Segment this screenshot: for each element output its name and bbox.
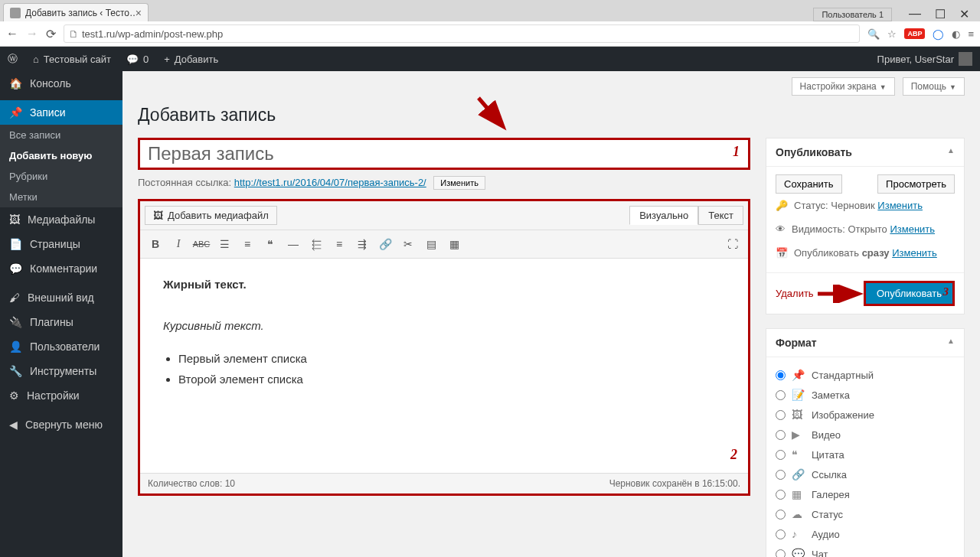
wp-container: 🏠Консоль 📌Записи Все записи Добавить нов… (0, 71, 980, 557)
format-gallery[interactable]: ▦Галерея (776, 484, 955, 504)
bullet-list-button[interactable]: ☰ (214, 233, 235, 255)
more-button[interactable]: ▤ (420, 233, 442, 255)
site-link[interactable]: ⌂Тестовый сайт (25, 47, 119, 71)
menu-settings[interactable]: ⚙Настройки (0, 383, 122, 408)
hr-button[interactable]: — (283, 233, 304, 255)
link-button[interactable]: 🔗 (374, 233, 396, 255)
editor-footer: Количество слов: 10 Черновик сохранён в … (140, 473, 748, 493)
back-icon[interactable]: ← (6, 27, 18, 41)
align-left-button[interactable]: ⬱ (305, 233, 327, 255)
help-button[interactable]: Помощь▼ (903, 77, 965, 96)
comments-icon: 💬 (9, 262, 22, 275)
menu-pages[interactable]: 📄Страницы (0, 232, 122, 256)
number-list-button[interactable]: ≡ (237, 233, 258, 255)
menu-posts[interactable]: 📌Записи (0, 100, 122, 125)
browser-tab[interactable]: Добавить запись ‹ Тесто… × (3, 3, 149, 21)
format-quote[interactable]: ❝Цитата (776, 445, 955, 464)
fullscreen-button[interactable]: ⛶ (722, 233, 743, 255)
close-window-icon[interactable]: ✕ (959, 7, 969, 21)
status-icon: ☁ (792, 508, 805, 520)
post-title-input[interactable] (138, 138, 750, 170)
greeting-text: Привет, UserStar (877, 54, 954, 65)
arrow-annotation-2 (814, 285, 864, 303)
format-header[interactable]: Формат▲ (766, 329, 964, 357)
menu-plugins[interactable]: 🔌Плагины (0, 310, 122, 334)
format-status[interactable]: ☁Статус (776, 504, 955, 524)
avatar (959, 52, 972, 66)
submenu-categories[interactable]: Рубрики (0, 166, 122, 187)
close-icon[interactable]: × (136, 7, 142, 19)
format-audio[interactable]: ♪Аудио (776, 524, 955, 544)
add-media-button[interactable]: 🖼Добавить медиафайл (145, 206, 277, 225)
tab-visual[interactable]: Визуально (629, 206, 698, 225)
tab-text[interactable]: Текст (698, 206, 743, 225)
bold-button[interactable]: B (145, 233, 166, 255)
quote-button[interactable]: ❝ (260, 233, 281, 255)
wp-logo[interactable]: ⓦ (0, 47, 25, 71)
format-chat[interactable]: 💬Чат (776, 544, 955, 557)
format-aside[interactable]: 📝Заметка (776, 385, 955, 405)
menu-dashboard[interactable]: 🏠Консоль (0, 71, 122, 96)
comments-link[interactable]: 💬0 (119, 47, 156, 71)
align-center-button[interactable]: ≡ (328, 233, 350, 255)
delete-link[interactable]: Удалить (776, 288, 814, 299)
submenu-add-new[interactable]: Добавить новую (0, 145, 122, 166)
unlink-button[interactable]: ✂ (397, 233, 419, 255)
appearance-icon: 🖌 (9, 292, 20, 304)
forward-icon[interactable]: → (26, 27, 38, 41)
editor-box: 🖼Добавить медиафайл Визуально Текст B I … (138, 199, 750, 496)
add-new-link[interactable]: +Добавить (156, 47, 226, 71)
publish-header[interactable]: Опубликовать▲ (766, 138, 964, 167)
edit-visibility-link[interactable]: Изменить (890, 223, 935, 235)
toggle-icon[interactable]: ▲ (947, 146, 955, 158)
italic-button[interactable]: I (168, 233, 189, 255)
abp-icon[interactable]: ABP (904, 28, 925, 39)
minimize-icon[interactable]: — (909, 7, 921, 21)
edit-schedule-link[interactable]: Изменить (892, 247, 937, 259)
edit-status-link[interactable]: Изменить (877, 200, 923, 211)
video-icon: ▶ (792, 428, 805, 441)
profile-icon[interactable]: ◐ (952, 28, 960, 40)
key-icon: 🔑 (776, 200, 788, 211)
screen-options-button[interactable]: Настройки экрана▼ (792, 77, 895, 96)
url-bar[interactable]: 🗋 test1.ru/wp-admin/post-new.php (64, 24, 860, 43)
star-icon[interactable]: ☆ (887, 28, 897, 40)
menu-tools[interactable]: 🔧Инструменты (0, 359, 122, 383)
format-standard[interactable]: 📌Стандартный (776, 365, 955, 385)
menu-icon[interactable]: ≡ (968, 28, 974, 40)
site-name: Тестовый сайт (44, 54, 111, 65)
home-icon: ⌂ (33, 54, 39, 65)
format-video[interactable]: ▶Видео (776, 425, 955, 445)
menu-users[interactable]: 👤Пользователи (0, 334, 122, 359)
align-right-button[interactable]: ⇶ (351, 233, 373, 255)
submenu-all-posts[interactable]: Все записи (0, 125, 122, 145)
permalink-edit-button[interactable]: Изменить (433, 176, 485, 190)
preview-button[interactable]: Просмотреть (877, 174, 955, 194)
user-greeting[interactable]: Привет, UserStar (870, 52, 980, 66)
menu-media[interactable]: 🖼Медиафайлы (0, 207, 122, 232)
publish-button[interactable]: Опубликовать (864, 281, 955, 306)
zoom-icon[interactable]: 🔍 (867, 28, 880, 40)
format-image[interactable]: 🖼Изображение (776, 405, 955, 425)
main-content: Настройки экрана▼ Помощь▼ Добавить запис… (122, 71, 980, 557)
sync-icon[interactable]: ◯ (933, 28, 944, 40)
editor-body[interactable]: Жирный текст. Курсивный текст. Первый эл… (140, 259, 748, 473)
page-info-icon[interactable]: 🗋 (69, 28, 79, 40)
link-icon: 🔗 (792, 468, 805, 480)
submenu-tags[interactable]: Метки (0, 187, 122, 207)
maximize-icon[interactable]: ☐ (935, 7, 946, 21)
pin-icon: 📌 (792, 369, 805, 381)
permalink-link[interactable]: http://test1.ru/2016/04/07/первая-запись… (234, 177, 426, 188)
dashboard-icon: 🏠 (9, 77, 22, 90)
menu-appearance[interactable]: 🖌Внешний вид (0, 285, 122, 310)
format-link[interactable]: 🔗Ссылка (776, 464, 955, 484)
strike-button[interactable]: ABC (191, 233, 212, 255)
menu-comments[interactable]: 💬Комментарии (0, 256, 122, 281)
toggle-icon[interactable]: ▲ (947, 337, 955, 349)
user-badge[interactable]: Пользователь 1 (813, 8, 892, 21)
menu-collapse[interactable]: ◀Свернуть меню (0, 412, 122, 437)
toolbar-toggle-button[interactable]: ▦ (443, 233, 465, 255)
media-icon: 🖼 (9, 213, 20, 226)
save-draft-button[interactable]: Сохранить (776, 174, 842, 194)
reload-icon[interactable]: ⟳ (46, 27, 56, 41)
